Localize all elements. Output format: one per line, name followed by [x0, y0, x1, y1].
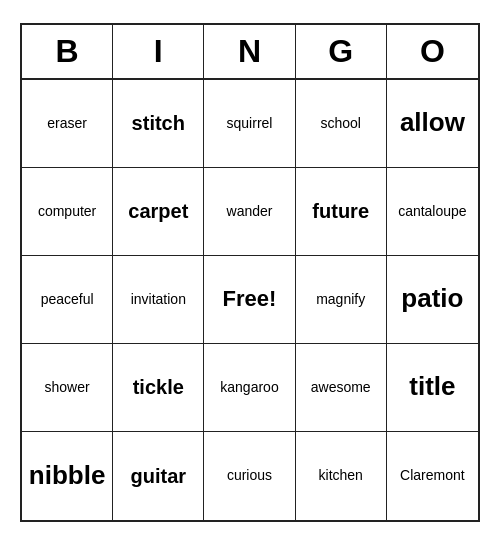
bingo-cell: eraser: [22, 80, 113, 168]
bingo-cell: wander: [204, 168, 295, 256]
cell-text: computer: [38, 203, 96, 220]
cell-text: shower: [45, 379, 90, 396]
bingo-cell: allow: [387, 80, 478, 168]
bingo-cell: awesome: [296, 344, 387, 432]
cell-text: nibble: [29, 460, 106, 491]
bingo-cell: shower: [22, 344, 113, 432]
cell-text: school: [320, 115, 360, 132]
cell-text: kitchen: [319, 467, 363, 484]
header-letter: B: [22, 25, 113, 78]
cell-text: allow: [400, 107, 465, 138]
cell-text: Free!: [223, 286, 277, 312]
header-letter: N: [204, 25, 295, 78]
bingo-cell: guitar: [113, 432, 204, 520]
bingo-cell: peaceful: [22, 256, 113, 344]
bingo-cell: magnify: [296, 256, 387, 344]
bingo-header: BINGO: [22, 25, 478, 80]
bingo-cell: Free!: [204, 256, 295, 344]
bingo-cell: school: [296, 80, 387, 168]
bingo-cell: Claremont: [387, 432, 478, 520]
cell-text: peaceful: [41, 291, 94, 308]
bingo-cell: computer: [22, 168, 113, 256]
cell-text: magnify: [316, 291, 365, 308]
cell-text: eraser: [47, 115, 87, 132]
cell-text: invitation: [131, 291, 186, 308]
bingo-cell: cantaloupe: [387, 168, 478, 256]
header-letter: G: [296, 25, 387, 78]
header-letter: I: [113, 25, 204, 78]
cell-text: carpet: [128, 199, 188, 223]
bingo-cell: squirrel: [204, 80, 295, 168]
bingo-card: BINGO eraserstitchsquirrelschoolallowcom…: [20, 23, 480, 522]
cell-text: awesome: [311, 379, 371, 396]
cell-text: patio: [401, 283, 463, 314]
cell-text: Claremont: [400, 467, 465, 484]
cell-text: cantaloupe: [398, 203, 467, 220]
header-letter: O: [387, 25, 478, 78]
bingo-cell: tickle: [113, 344, 204, 432]
bingo-cell: future: [296, 168, 387, 256]
cell-text: tickle: [133, 375, 184, 399]
bingo-cell: patio: [387, 256, 478, 344]
cell-text: stitch: [132, 111, 185, 135]
bingo-cell: carpet: [113, 168, 204, 256]
cell-text: guitar: [131, 464, 187, 488]
cell-text: kangaroo: [220, 379, 278, 396]
bingo-cell: curious: [204, 432, 295, 520]
cell-text: squirrel: [227, 115, 273, 132]
bingo-cell: invitation: [113, 256, 204, 344]
cell-text: title: [409, 371, 455, 402]
cell-text: future: [312, 199, 369, 223]
bingo-grid: eraserstitchsquirrelschoolallowcomputerc…: [22, 80, 478, 520]
bingo-cell: title: [387, 344, 478, 432]
bingo-cell: kangaroo: [204, 344, 295, 432]
bingo-cell: nibble: [22, 432, 113, 520]
bingo-cell: kitchen: [296, 432, 387, 520]
bingo-cell: stitch: [113, 80, 204, 168]
cell-text: curious: [227, 467, 272, 484]
cell-text: wander: [227, 203, 273, 220]
